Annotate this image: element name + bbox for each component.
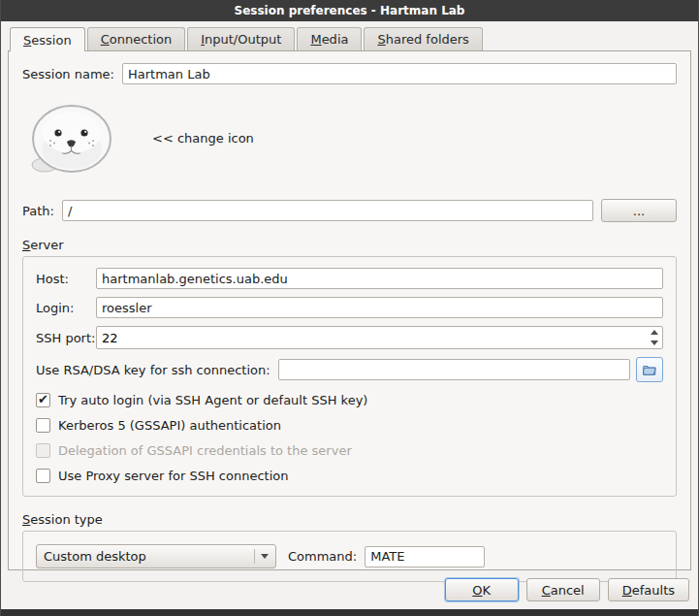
server-group-title: Server <box>22 238 64 252</box>
window-title: Session preferences - Hartman Lab <box>235 4 465 17</box>
spin-down-icon <box>651 340 658 345</box>
session-name-input[interactable] <box>122 63 677 84</box>
dialog-footer: OK Cancel Defaults <box>8 570 691 609</box>
path-browse-button[interactable]: ... <box>601 199 677 222</box>
checkbox-gssapi-delegation: Delegation of GSSAPI credentials to the … <box>36 443 663 458</box>
checkbox-auto-login[interactable]: ✔ Try auto login (via SSH Agent or defau… <box>36 393 663 407</box>
checkbox-label: Kerberos 5 (GSSAPI) authentication <box>58 418 281 433</box>
change-icon-label: << change icon <box>152 131 254 146</box>
checkbox-box[interactable] <box>36 418 50 433</box>
checkbox-box[interactable] <box>36 469 50 483</box>
seal-mascot-icon <box>29 101 114 175</box>
rsa-key-browse-button[interactable] <box>636 357 663 382</box>
rsa-key-label: Use RSA/DSA key for ssh connection: <box>36 363 270 377</box>
ok-label: OK <box>472 583 491 598</box>
session-icon-button[interactable] <box>28 100 115 176</box>
host-input[interactable] <box>96 268 663 289</box>
path-browse-label: ... <box>633 204 645 218</box>
command-input[interactable] <box>365 546 485 567</box>
dropdown-separator <box>254 549 255 564</box>
tab-label: Session <box>23 33 72 48</box>
tab-label: Input/Output <box>201 32 281 47</box>
server-group: Host: Login: SSH port: <box>22 256 677 497</box>
checkbox-label: Delegation of GSSAPI credentials to the … <box>58 443 352 458</box>
checkbox-box <box>36 443 50 458</box>
session-type-selected: Custom desktop <box>44 549 250 564</box>
tab-shared-folders[interactable]: Shared folders <box>364 27 482 50</box>
checkmark-icon: ✔ <box>38 393 48 405</box>
session-preferences-dialog: Session preferences - Hartman Lab Sessio… <box>0 0 699 616</box>
tab-connection[interactable]: Connection <box>87 27 186 50</box>
defaults-label: Defaults <box>622 583 675 598</box>
path-input[interactable] <box>62 200 593 221</box>
folder-open-icon <box>643 363 656 377</box>
session-tab-page: Session name: <box>8 50 691 570</box>
login-input[interactable] <box>96 297 663 318</box>
dialog-body: Session Connection Input/Output Media Sh… <box>1 21 698 609</box>
command-label: Command: <box>288 549 357 564</box>
ssh-port-input[interactable] <box>97 327 647 348</box>
ssh-port-spinner <box>96 326 663 349</box>
tab-input-output[interactable]: Input/Output <box>187 27 295 50</box>
checkbox-box[interactable]: ✔ <box>36 393 50 407</box>
tab-label: Shared folders <box>377 32 468 47</box>
tab-bar: Session Connection Input/Output Media Sh… <box>10 27 691 50</box>
rsa-key-input[interactable] <box>278 359 630 380</box>
session-type-group-title: Session type <box>22 512 103 527</box>
dropdown-arrow-icon <box>261 554 269 559</box>
tab-label: Connection <box>101 32 173 47</box>
checkbox-label: Try auto login (via SSH Agent or default… <box>58 393 367 407</box>
spin-up-button[interactable] <box>647 327 662 338</box>
session-type-dropdown[interactable]: Custom desktop <box>36 544 276 568</box>
defaults-button[interactable]: Defaults <box>608 578 689 601</box>
spin-up-icon <box>651 330 658 335</box>
host-label: Host: <box>36 272 96 286</box>
tab-label: Media <box>310 32 348 47</box>
tab-media[interactable]: Media <box>297 27 362 50</box>
ssh-port-label: SSH port: <box>36 331 96 345</box>
titlebar[interactable]: Session preferences - Hartman Lab <box>1 0 698 21</box>
cancel-button[interactable]: Cancel <box>526 578 600 601</box>
checkbox-kerberos[interactable]: Kerberos 5 (GSSAPI) authentication <box>36 418 663 433</box>
ok-button[interactable]: OK <box>445 578 519 601</box>
login-label: Login: <box>36 301 96 315</box>
path-label: Path: <box>22 204 54 218</box>
checkbox-proxy[interactable]: Use Proxy server for SSH connection <box>36 469 663 483</box>
session-name-label: Session name: <box>22 67 114 81</box>
window-bottom-border <box>1 609 698 616</box>
cancel-label: Cancel <box>542 583 585 598</box>
checkbox-label: Use Proxy server for SSH connection <box>58 469 289 483</box>
tab-session[interactable]: Session <box>10 27 85 51</box>
spin-down-button[interactable] <box>647 338 662 348</box>
